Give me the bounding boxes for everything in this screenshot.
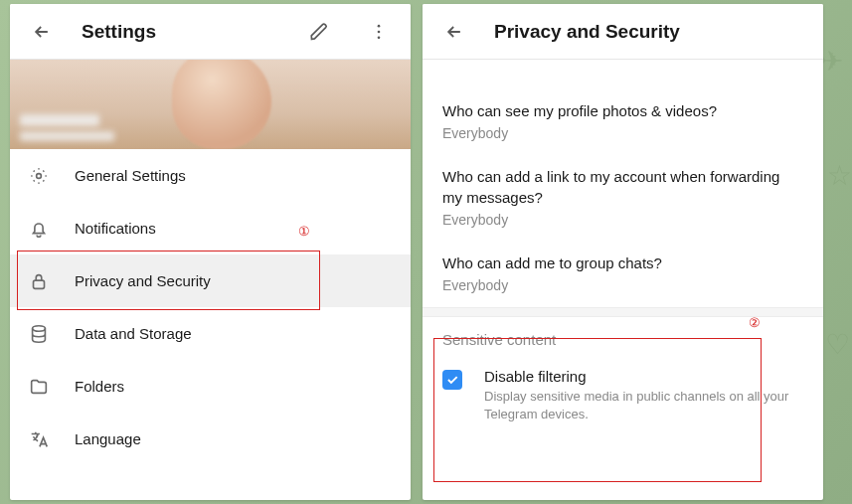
svg-point-0 <box>378 24 381 27</box>
settings-header: Settings <box>10 4 411 60</box>
disable-filtering-row[interactable]: Disable filtering Display sensitive medi… <box>423 354 823 436</box>
privacy-row-groups[interactable]: Who can add me to group chats? Everybody <box>423 242 823 307</box>
menu-item-data[interactable]: Data and Storage <box>10 307 411 360</box>
svg-point-1 <box>378 30 381 33</box>
arrow-left-icon <box>444 22 464 42</box>
menu-item-folders[interactable]: Folders <box>10 360 411 413</box>
privacy-header: Privacy and Security <box>423 4 823 60</box>
privacy-row-title: Who can see my profile photos & videos? <box>442 101 803 121</box>
checkbox-checked[interactable] <box>442 370 462 390</box>
privacy-title: Privacy and Security <box>494 21 811 43</box>
section-separator <box>423 307 823 317</box>
menu-item-language[interactable]: Language <box>10 413 411 465</box>
svg-rect-4 <box>34 280 45 288</box>
checkbox-desc: Display sensitive media in public channe… <box>484 388 803 422</box>
menu-label: Privacy and Security <box>75 272 211 289</box>
gear-icon <box>28 165 50 187</box>
more-vert-icon <box>369 22 389 42</box>
menu-label: Language <box>75 430 141 447</box>
menu-label: Data and Storage <box>75 325 192 342</box>
more-button[interactable] <box>359 12 399 52</box>
privacy-row-value: Everybody <box>442 277 803 293</box>
arrow-left-icon <box>32 22 52 42</box>
menu-item-general[interactable]: General Settings <box>10 149 411 202</box>
check-icon <box>445 373 459 387</box>
menu-item-notifications[interactable]: Notifications <box>10 202 411 254</box>
menu-label: Folders <box>75 378 124 395</box>
back-button[interactable] <box>22 12 62 52</box>
profile-hero[interactable] <box>10 60 411 149</box>
lock-icon <box>28 270 50 292</box>
settings-panel: Settings General Settings Notifications … <box>10 4 411 500</box>
edit-button[interactable] <box>299 12 339 52</box>
privacy-row-photos[interactable]: Who can see my profile photos & videos? … <box>423 89 823 155</box>
back-button[interactable] <box>434 12 474 52</box>
privacy-row-value: Everybody <box>442 125 803 141</box>
menu-label: General Settings <box>75 167 186 184</box>
annotation-label-1: ① <box>298 224 310 240</box>
privacy-panel: Privacy and Security Who can see my prof… <box>423 4 823 500</box>
privacy-row-value: Everybody <box>442 212 803 228</box>
bell-icon <box>28 218 50 240</box>
menu-label: Notifications <box>75 220 156 237</box>
database-icon <box>28 323 50 345</box>
privacy-row-title: Who can add me to group chats? <box>442 253 803 273</box>
checkbox-title: Disable filtering <box>484 368 803 385</box>
svg-point-2 <box>378 36 381 39</box>
folder-icon <box>28 376 50 398</box>
privacy-row-title: Who can add a link to my account when fo… <box>442 167 803 208</box>
sensitive-header: Sensitive content <box>423 317 823 354</box>
annotation-label-2: ② <box>749 315 761 331</box>
settings-title: Settings <box>82 21 279 43</box>
language-icon <box>28 428 50 450</box>
svg-point-3 <box>37 173 42 178</box>
privacy-row-forward[interactable]: Who can add a link to my account when fo… <box>423 155 823 242</box>
svg-point-5 <box>33 325 46 331</box>
pencil-icon <box>309 22 329 42</box>
menu-item-privacy[interactable]: Privacy and Security <box>10 254 411 307</box>
